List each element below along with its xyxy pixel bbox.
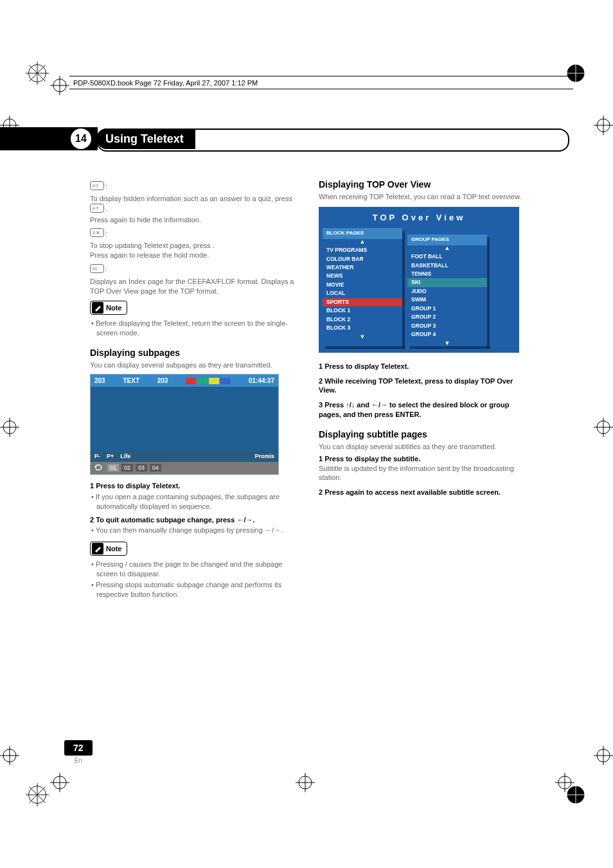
block-pages-head: BLOCK PAGES: [323, 228, 402, 239]
block-list-item: BLOCK 3: [323, 324, 402, 332]
teletext-reveal-icon: ≡?: [90, 181, 104, 193]
page-footer: 72 En: [64, 740, 93, 764]
ttx-footer-item: P-: [94, 452, 100, 460]
group-pages-head: GROUP PAGES: [407, 235, 487, 245]
reg-mark-icon: [0, 746, 19, 765]
group-list-item: SKI: [407, 278, 487, 287]
svg-text:≡?: ≡?: [93, 206, 99, 211]
chapter-title: Using Teletext: [96, 128, 195, 149]
subpages-note-a: Pressing / causes the page to be changed…: [90, 560, 301, 579]
group-list-item: SWIM: [407, 296, 487, 304]
ttx-text-label: TEXT: [123, 376, 139, 385]
block-list-item: TV PROGRAMS: [323, 246, 402, 254]
ttx-color-box: [209, 378, 219, 384]
print-corner-tl: [26, 62, 49, 85]
ttx-subpage-row: 01 02 03 04: [91, 462, 278, 475]
down-arrow-icon: ▼: [323, 334, 402, 340]
subpages-step1: 1 Press to display Teletext.: [90, 481, 301, 491]
subtitle-step1: 1 Press to display the subtitle.: [319, 454, 529, 464]
page-lang: En: [64, 757, 93, 764]
group-list-item: TENNIS: [407, 270, 487, 278]
reg-mark-icon: [594, 746, 613, 765]
ttx-color-boxes: [186, 378, 231, 384]
ttx-subpage: 02: [121, 464, 133, 472]
block-list-item: WEATHER: [323, 263, 402, 272]
block-list-item: COLOUR BAR: [323, 255, 402, 263]
block-list-item: NEWS: [323, 272, 402, 280]
group-list-item: GROUP 1: [407, 305, 487, 313]
up-arrow-icon: ▲: [407, 245, 487, 251]
note-badge: Note: [90, 542, 127, 556]
ttx-page-left: 203: [94, 376, 105, 385]
topview-heading: Displaying TOP Over View: [319, 179, 529, 191]
note-text: Before displaying the Teletext, return t…: [90, 319, 301, 338]
ttx-color-box: [186, 378, 196, 384]
ttx-footer-item: Life: [120, 452, 130, 460]
group-list-item: GROUP 4: [407, 330, 487, 339]
pencil-icon: [92, 543, 103, 554]
group-list-item: GROUP 2: [407, 313, 487, 321]
group-pages-panel: GROUP PAGES ▲ FOOT BALLBASKETBALLTENNISS…: [407, 235, 487, 346]
subpages-heading: Displaying subpages: [90, 347, 301, 359]
ttx-footer-item: P+: [107, 452, 114, 460]
group-list-item: BASKETBALL: [407, 261, 487, 270]
ttx-time: 01:44:37: [249, 376, 274, 385]
hold-desc: To stop updating Teletext pages, press .: [90, 241, 301, 251]
reveal-again: Press again to hide the information.: [90, 215, 301, 225]
hold-again: Press again to release the hold mode.: [90, 251, 301, 260]
teletext-hold-icon: ≡✕: [90, 228, 104, 240]
header-path: PDP-5080XD.book Page 72 Friday, April 27…: [69, 76, 573, 89]
teletext-index-icon: ≡i: [90, 264, 104, 276]
teletext-screen-mock: 203 TEXT 203 01:44:37 P- P+ Life Promis: [90, 374, 279, 475]
subpages-intro: You can display several subpages as they…: [90, 360, 301, 370]
topview-intro: When receiving TOP Teletext, you can rea…: [319, 192, 529, 202]
reg-mark-icon: [594, 418, 613, 437]
block-list-item: BLOCK 2: [323, 315, 402, 324]
pencil-icon: [92, 302, 103, 314]
teletext-reveal-icon: ≡?: [90, 204, 104, 215]
reg-mark-icon: [555, 773, 574, 792]
svg-text:≡i: ≡i: [93, 266, 97, 272]
ttx-color-box: [220, 378, 231, 384]
ttx-page-mid: 203: [157, 376, 168, 385]
top-overview-panel: TOP Over View BLOCK PAGES ▲ TV PROGRAMSC…: [319, 207, 519, 353]
subpages-step2-sub: You can then manually change subpages by…: [90, 526, 301, 535]
print-corner-bl: [26, 783, 49, 806]
ttx-footer-row: P- P+ Life Promis: [91, 451, 278, 461]
ttx-subpage: 01: [107, 464, 119, 472]
chapter-number: 14: [71, 128, 91, 149]
svg-text:≡✕: ≡✕: [93, 230, 100, 236]
note-label: Note: [106, 303, 121, 313]
reg-mark-icon: [594, 116, 613, 135]
top-overview-title: TOP Over View: [323, 212, 515, 224]
block-pages-panel: BLOCK PAGES ▲ TV PROGRAMSCOLOUR BARWEATH…: [323, 228, 402, 346]
page-number: 72: [64, 740, 93, 756]
subtitle-intro: You can display several subtitles as the…: [319, 442, 529, 452]
subtitle-step2: 2 Press again to access next available s…: [319, 488, 529, 497]
reveal-desc: To display hidden information such as an…: [90, 194, 301, 215]
subpages-step1-sub: If you open a page containing subpages, …: [90, 492, 301, 511]
subtitle-step1-sub: Subtitle is updated by the information s…: [319, 464, 529, 483]
left-column: ≡? : To display hidden information such …: [90, 179, 301, 601]
ttx-color-box: [197, 378, 208, 384]
reg-mark-icon: [50, 773, 69, 792]
ttx-subpage: 04: [150, 464, 161, 472]
block-list-item: LOCAL: [323, 289, 402, 297]
ttx-footer-item: Promis: [254, 452, 274, 460]
up-arrow-icon: ▲: [323, 239, 402, 245]
topview-step2: 2 While receiving TOP Teletext, press to…: [319, 376, 529, 396]
subtitle-heading: Displaying subtitle pages: [319, 429, 529, 441]
block-list-item: MOVIE: [323, 281, 402, 289]
subpage-cycle-icon: [93, 463, 105, 474]
reg-mark-icon: [0, 418, 19, 437]
reg-mark-icon: [50, 76, 69, 95]
group-list-item: GROUP 3: [407, 322, 487, 330]
subpages-step2: 2 To quit automatic subpage change, pres…: [90, 515, 301, 525]
block-list-item: BLOCK 1: [323, 306, 402, 315]
group-list-item: FOOT BALL: [407, 252, 487, 261]
block-list-item: SPORTS: [323, 298, 402, 306]
topview-step1: 1 Press to display Teletext.: [319, 362, 529, 371]
topview-step3: 3 Press ↑/↓ and ←/→ to select the desire…: [319, 400, 529, 420]
reg-mark-icon: [296, 773, 315, 792]
svg-text:≡?: ≡?: [93, 183, 99, 189]
